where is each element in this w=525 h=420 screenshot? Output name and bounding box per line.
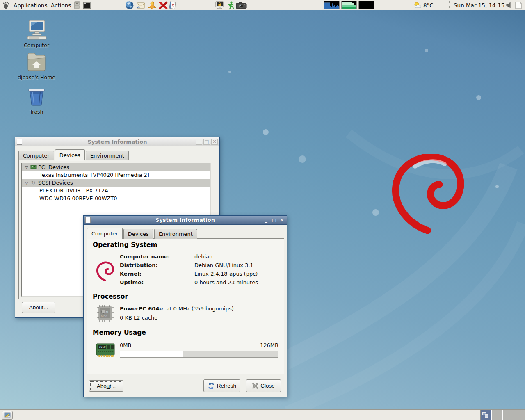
network-monitor-applet[interactable] xyxy=(358,1,374,9)
svg-text:XI: XI xyxy=(105,310,108,314)
close-button[interactable]: ✕ xyxy=(278,217,285,223)
show-desktop-icon xyxy=(4,412,11,418)
notes-icon xyxy=(169,1,177,10)
desktop-icon-trash[interactable]: Trash xyxy=(14,87,59,115)
desktop-icon-computer[interactable]: Computer xyxy=(14,19,59,48)
front-window-titlebar[interactable]: System Information _ □ ✕ xyxy=(84,216,287,225)
system-monitor-applets[interactable] xyxy=(324,0,376,10)
cpu-monitor-applet[interactable] xyxy=(324,1,340,9)
menu-actions[interactable]: Actions xyxy=(48,0,73,10)
screen-lock-icon xyxy=(215,1,224,10)
minimize-button[interactable]: _ xyxy=(263,217,269,223)
desktop-icon-home[interactable]: djbase's Home xyxy=(14,52,59,80)
computer-icon xyxy=(26,19,47,40)
debian-swirl-wallpaper xyxy=(392,154,470,234)
web-browser-launcher[interactable] xyxy=(125,0,134,10)
home-folder-icon xyxy=(26,52,47,72)
sun-cloud-icon xyxy=(413,2,422,9)
tab-devices[interactable]: Devices xyxy=(55,149,85,160)
terminal-icon xyxy=(83,1,91,9)
menu-applications[interactable]: Applications xyxy=(11,0,50,10)
minimize-button[interactable]: _ xyxy=(196,139,202,145)
expander-icon[interactable]: ▽ xyxy=(24,181,30,185)
user-app-launcher[interactable] xyxy=(148,0,157,10)
processor-section-heading: Processor xyxy=(93,293,128,300)
show-desktop-button[interactable] xyxy=(2,411,13,420)
sticky-note-applet[interactable] xyxy=(515,0,522,10)
gnome-menu-icon[interactable] xyxy=(2,0,9,10)
top-panel: Applications Actions xyxy=(0,0,525,10)
clock-applet[interactable]: Sun Mar 15, 14:15 xyxy=(454,0,504,10)
device-group-row[interactable]: ▽ ↻ SCSI Devices xyxy=(22,179,210,187)
about-button[interactable]: About... xyxy=(89,380,123,392)
journal-launcher[interactable] xyxy=(169,0,177,10)
refresh-button[interactable]: Refresh xyxy=(203,379,240,392)
field-label: Computer name: xyxy=(120,253,194,260)
email-launcher[interactable] xyxy=(136,0,146,10)
close-button[interactable]: Close xyxy=(246,379,281,392)
workspace-3[interactable] xyxy=(503,410,514,420)
svg-text:6150: 6150 xyxy=(101,315,107,317)
trash-icon xyxy=(27,87,46,106)
device-row[interactable]: PLEXTOR DVDR PX-712A xyxy=(22,187,210,194)
back-window-tabbar: Computer Devices Environment xyxy=(18,149,130,160)
gnome-foot-icon xyxy=(2,1,9,9)
cut-tool-launcher[interactable] xyxy=(159,0,168,10)
expander-icon[interactable]: ▽ xyxy=(24,165,30,169)
memory-max-label: 126MB xyxy=(120,342,278,348)
memory-usage-fill xyxy=(120,351,183,357)
file-cabinet-icon xyxy=(73,1,81,9)
desktop-icon-label: djbase's Home xyxy=(14,74,59,80)
tab-environment[interactable]: Environment xyxy=(154,229,197,239)
workspace-switcher[interactable] xyxy=(480,410,525,420)
debian-logo-icon xyxy=(96,261,115,282)
file-manager-launcher[interactable] xyxy=(73,0,81,10)
close-button[interactable]: ✕ xyxy=(211,139,218,145)
svg-text:1010: 1010 xyxy=(99,345,106,349)
field-value: debian xyxy=(194,253,212,260)
window-icon xyxy=(85,217,91,223)
tab-environment[interactable]: Environment xyxy=(86,151,129,160)
workspace-1[interactable] xyxy=(481,410,492,420)
screenshot-launcher[interactable] xyxy=(236,0,247,10)
field-row: Computer name: debian xyxy=(120,252,258,261)
field-row: Distribution: Debian GNU/Linux 3.1 xyxy=(120,261,258,269)
lock-screen-launcher[interactable] xyxy=(215,0,224,10)
camera-icon xyxy=(236,1,247,9)
cpu-graph-icon xyxy=(324,1,339,9)
pci-card-icon xyxy=(30,164,37,170)
scsi-icon: ↻ xyxy=(30,180,37,186)
tab-computer[interactable]: Computer xyxy=(87,228,123,239)
field-label: Uptime: xyxy=(120,279,194,285)
device-row[interactable]: Texas Instruments TVP4020 [Permedia 2] xyxy=(22,171,210,179)
workspace-4[interactable] xyxy=(514,410,525,420)
system-information-window-front[interactable]: System Information _ □ ✕ Computer Device… xyxy=(83,215,287,397)
workspace-window-thumb xyxy=(485,414,488,418)
processor-detail: at 0 MHz (359 bogomips) xyxy=(166,306,233,312)
run-application-launcher[interactable] xyxy=(226,0,235,10)
device-group-row[interactable]: ▽ PCI Devices xyxy=(22,163,210,171)
tab-computer[interactable]: Computer xyxy=(18,151,54,160)
person-star-icon xyxy=(148,1,157,10)
tab-devices[interactable]: Devices xyxy=(123,229,153,239)
window-icon xyxy=(17,139,22,145)
weather-applet[interactable]: 8°C xyxy=(413,0,434,10)
memory-usage-bar xyxy=(120,351,278,358)
processor-line: PowerPC 604e at 0 MHz (359 bogomips) xyxy=(120,306,234,312)
terminal-launcher[interactable] xyxy=(83,0,91,10)
device-group-label: PCI Devices xyxy=(38,164,69,170)
close-x-icon xyxy=(252,383,258,389)
back-window-title: System Information xyxy=(15,139,219,145)
back-window-titlebar[interactable]: System Information _ □ ✕ xyxy=(15,137,219,146)
maximize-button[interactable]: □ xyxy=(203,139,210,145)
blank-note-icon xyxy=(515,2,522,9)
globe-icon xyxy=(125,1,134,10)
field-row: Uptime: 0 hours and 23 minutes xyxy=(120,278,258,287)
about-button[interactable]: About... xyxy=(22,302,55,313)
maximize-button[interactable]: □ xyxy=(271,217,277,223)
volume-applet[interactable] xyxy=(506,0,513,10)
workspace-2[interactable] xyxy=(492,410,503,420)
memory-monitor-applet[interactable] xyxy=(341,1,357,9)
computer-tab-page: Operating System Computer name: debian D… xyxy=(87,238,284,374)
device-row[interactable]: WDC WD16 00BEVE-00WZT0 xyxy=(22,194,210,202)
